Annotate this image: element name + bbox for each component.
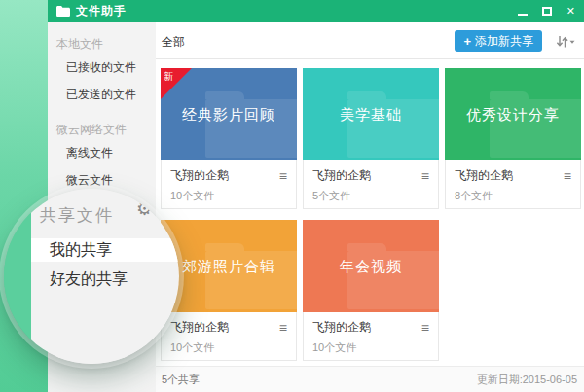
share-file-count: 10个文件 [170, 340, 287, 355]
share-card-info: 飞翔的企鹅 ≡ 10个文件 [303, 312, 439, 361]
share-title: 优秀设计分享 [445, 105, 581, 124]
share-card-cover: 美学基础 [303, 68, 439, 160]
titlebar: 文件助手 ✕ [48, 0, 584, 22]
share-card-info: 飞翔的企鹅 ≡ 10个文件 [161, 312, 297, 361]
share-card-cover: 新 经典影片回顾 [161, 68, 297, 160]
hamburger-menu-icon[interactable]: ≡ [564, 169, 571, 183]
plus-icon: + [463, 34, 471, 49]
maximize-button[interactable] [542, 7, 552, 16]
sidebar-item[interactable]: 离线文件 [66, 139, 156, 166]
new-badge-label: 新 [164, 70, 173, 84]
window-controls: ✕ [518, 6, 575, 17]
share-title: 年会视频 [303, 257, 439, 275]
share-card-cover: 郊游照片合辑 [161, 220, 297, 312]
folder-icon [56, 6, 70, 17]
hamburger-menu-icon[interactable]: ≡ [279, 321, 287, 335]
share-title: 经典影片回顾 [161, 105, 297, 124]
share-count-text: 5个共享 [162, 373, 200, 387]
sort-arrows-icon [555, 35, 576, 49]
sidebar-item[interactable]: 已接收的文件 [66, 53, 156, 81]
share-card-info: 飞翔的企鹅 ≡ 5个文件 [303, 160, 439, 209]
share-file-count: 10个文件 [312, 340, 429, 355]
share-card[interactable]: 郊游照片合辑 飞翔的企鹅 ≡ 10个文件 [161, 220, 297, 361]
sidebar-section-title: 微云网络文件 [56, 120, 156, 139]
sort-button[interactable] [555, 35, 576, 49]
share-card[interactable]: 美学基础 飞翔的企鹅 ≡ 5个文件 [303, 68, 439, 209]
share-owner: 飞翔的企鹅 [170, 167, 229, 184]
share-file-count: 5个文件 [312, 189, 429, 203]
filter-all-tab[interactable]: 全部 [162, 34, 185, 51]
share-title: 美学基础 [303, 105, 439, 124]
hamburger-menu-icon[interactable]: ≡ [279, 169, 287, 183]
close-button[interactable]: ✕ [566, 6, 575, 17]
magnifier-circle: 共享文件 ⚙ 我的共享 好友的共享 [4, 189, 179, 364]
share-owner: 飞翔的企鹅 [170, 319, 229, 336]
share-file-count: 8个文件 [455, 189, 571, 203]
shared-files-section-title: 共享文件 [40, 204, 114, 227]
share-title: 郊游照片合辑 [161, 257, 297, 275]
statusbar: 5个共享 更新日期:2015-06-05 [156, 366, 584, 392]
share-owner: 飞翔的企鹅 [455, 167, 513, 184]
main-header: 全部 + 添加新共享 [156, 22, 584, 59]
share-card[interactable]: 优秀设计分享 飞翔的企鹅 ≡ 8个文件 [445, 68, 581, 209]
share-card-info: 飞翔的企鹅 ≡ 8个文件 [445, 160, 581, 209]
share-card[interactable]: 年会视频 飞翔的企鹅 ≡ 10个文件 [303, 220, 439, 361]
share-owner: 飞翔的企鹅 [312, 167, 371, 184]
sidebar-item[interactable]: 已发送的文件 [66, 81, 156, 108]
add-share-button[interactable]: + 添加新共享 [455, 30, 542, 52]
minimize-button[interactable] [518, 8, 528, 16]
add-share-label: 添加新共享 [475, 33, 533, 50]
sidebar-section-title: 本地文件 [56, 34, 156, 53]
magnifier-menu-item[interactable]: 我的共享 [31, 238, 179, 262]
share-card-info: 飞翔的企鹅 ≡ 10个文件 [161, 160, 297, 209]
sidebar-section: 微云网络文件 离线文件 微云文件 [48, 120, 156, 194]
share-card-cover: 优秀设计分享 [445, 68, 581, 160]
main-panel: 全部 + 添加新共享 新 经典影片回顾 [156, 22, 584, 392]
sidebar-sections: 本地文件 已接收的文件 已发送的文件 微云网络文件 离线文件 微云文件 [48, 34, 156, 194]
share-file-count: 10个文件 [170, 189, 287, 203]
hamburger-menu-icon[interactable]: ≡ [421, 321, 429, 335]
share-owner: 飞翔的企鹅 [312, 319, 371, 336]
magnifier-menu-item[interactable]: 好友的共享 [31, 267, 179, 291]
sidebar-section-items: 已接收的文件 已发送的文件 [48, 53, 156, 108]
share-card[interactable]: 新 经典影片回顾 飞翔的企鹅 ≡ 10个文件 [161, 68, 297, 209]
sidebar-section-items: 离线文件 微云文件 [48, 139, 156, 194]
share-card-grid: 新 经典影片回顾 飞翔的企鹅 ≡ 10个文件 美学基础 飞翔的企鹅 ≡ 5个文件 [161, 60, 581, 361]
app-title: 文件助手 [76, 3, 127, 19]
sidebar-section: 本地文件 已接收的文件 已发送的文件 [48, 34, 156, 108]
hamburger-menu-icon[interactable]: ≡ [421, 169, 429, 183]
app-screenshot: 文件助手 ✕ 本地文件 已接收的文件 已发送的文件 微云网络文件 离线文件 微云… [0, 0, 584, 392]
update-date-text: 更新日期:2015-06-05 [477, 373, 577, 387]
share-card-cover: 年会视频 [303, 220, 439, 312]
